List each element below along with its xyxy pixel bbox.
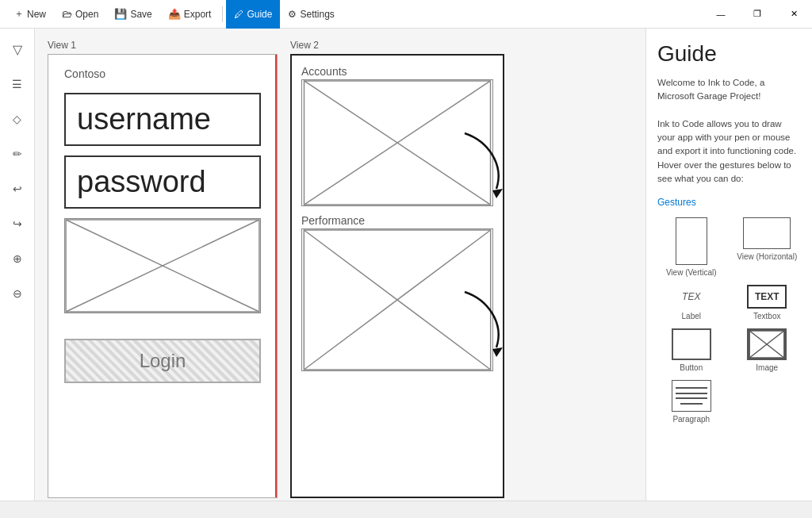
sidebar-icon-select[interactable]: ▽ [3,35,32,63]
gesture-visual-button [672,328,711,360]
para-line-2 [676,393,707,394]
view1-content: Contoso username password [48,55,277,396]
guide-icon: 🖊 [234,9,243,20]
gesture-label-textbox: Textbox [753,312,780,320]
gesture-view-horizontal[interactable]: View (Horizontal) [733,217,802,277]
main-layout: ▽ ☰ ◇ ✏ ↩ ↪ ⊕ ⊖ View 1 Contoso username … [0,29,812,501]
sidebar-icon-zoom-in[interactable]: ⊕ [3,244,32,273]
gesture-view-vertical[interactable]: View (Vertical) [657,217,726,277]
sidebar-icon-pen[interactable]: ✏ [3,140,32,168]
gesture-visual-image [747,328,787,360]
guide-button[interactable]: 🖊 Guide [226,0,280,29]
view1-label: View 1 [48,40,76,51]
password-textbox[interactable]: password [64,155,261,209]
gesture-visual-paragraph [672,380,711,412]
performance-section: Performance [301,214,493,371]
window-controls: — ❐ ✕ [703,0,812,29]
restore-button[interactable]: ❐ [739,0,776,29]
view2[interactable]: Accounts Performance [290,54,504,498]
guide-title: Guide [657,41,801,67]
new-icon: ＋ [14,7,24,21]
save-icon: 💾 [114,8,127,20]
para-line-4 [680,403,703,405]
username-textbox[interactable]: username [64,93,261,146]
image-placeholder-1 [64,218,261,313]
titlebar: ＋ New 🗁 Open 💾 Save 📤 Export 🖊 Guide ⚙ S… [0,0,812,29]
gesture-label-label: Label [682,312,701,320]
view2-label: View 2 [290,40,319,51]
view1-container: View 1 Contoso username password [48,54,278,491]
gesture-label-button: Button [680,363,703,372]
save-button[interactable]: 💾 Save [106,0,159,29]
close-button[interactable]: ✕ [776,0,812,29]
new-button[interactable]: ＋ New [6,0,54,29]
view1[interactable]: Contoso username password [48,54,278,498]
gesture-button-item[interactable]: Button [657,328,726,372]
gesture-label-item[interactable]: TEX Label [657,285,726,320]
sidebar-icon-redo[interactable]: ↪ [3,209,32,238]
accounts-image [301,79,493,206]
view2-container: View 2 Accounts Performance [290,54,504,491]
open-button[interactable]: 🗁 Open [54,0,106,29]
sidebar-icon-undo[interactable]: ↩ [3,175,32,203]
minimize-button[interactable]: — [703,0,739,29]
para-line-3 [676,397,707,399]
gesture-label-horizontal: View (Horizontal) [737,252,797,261]
gesture-label-image: Image [756,363,778,372]
settings-button[interactable]: ⚙ Settings [280,0,342,29]
open-icon: 🗁 [62,8,72,20]
para-line-1 [676,387,707,389]
gesture-grid: View (Vertical) View (Horizontal) TEX La… [657,217,801,424]
export-button[interactable]: 📤 Export [160,0,220,29]
sidebar-icon-eraser[interactable]: ◇ [3,105,32,133]
gesture-visual-textbox: TEXT [747,285,787,309]
gesture-paragraph-item[interactable]: Paragraph [657,380,726,424]
bottom-bar [0,501,812,518]
sidebar-icon-layers[interactable]: ☰ [3,70,32,98]
accounts-section: Accounts [301,65,493,206]
gesture-visual-horizontal [743,217,791,249]
gesture-visual-vertical [676,217,707,265]
performance-image [301,228,493,371]
left-sidebar: ▽ ☰ ◇ ✏ ↩ ↪ ⊕ ⊖ [0,29,35,501]
gesture-label-vertical: View (Vertical) [666,268,717,277]
canvas-area: View 1 Contoso username password [35,29,645,501]
sidebar-icon-zoom-out[interactable]: ⊖ [3,279,32,308]
view1-separator-line [275,55,277,497]
performance-label: Performance [301,214,493,227]
toolbar-divider [222,6,223,22]
gestures-label: Gestures [657,197,801,208]
toolbar: ＋ New 🗁 Open 💾 Save 📤 Export 🖊 Guide ⚙ S… [0,0,703,29]
login-button[interactable]: Login [64,339,261,383]
settings-icon: ⚙ [288,9,297,20]
gesture-visual-label: TEX [672,285,711,309]
export-icon: 📤 [168,8,181,20]
accounts-label: Accounts [301,65,493,78]
guide-panel: Guide Welcome to Ink to Code, a Microsof… [645,29,812,501]
gesture-image-item[interactable]: Image [733,328,802,372]
gesture-label-paragraph: Paragraph [672,415,710,424]
guide-description: Welcome to Ink to Code, a Microsoft Gara… [657,76,801,186]
app-title: Contoso [64,67,261,80]
gesture-textbox-item[interactable]: TEXT Textbox [733,285,802,320]
